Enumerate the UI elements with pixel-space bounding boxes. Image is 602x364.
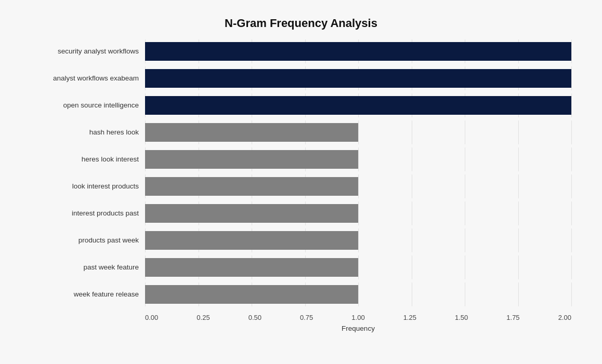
x-tick-label: 0.50 <box>248 314 261 321</box>
bar-fill <box>145 96 571 115</box>
bar-label: security analyst workflows <box>31 47 145 55</box>
x-tick-label: 0.75 <box>300 314 313 321</box>
bar-track <box>145 120 571 139</box>
x-tick-label: 0.00 <box>145 314 158 321</box>
x-tick-label: 0.25 <box>197 314 210 321</box>
bar-wrapper <box>145 255 571 279</box>
x-tick-label: 1.25 <box>403 314 416 321</box>
bar-wrapper <box>145 282 571 306</box>
bar-wrapper <box>145 228 571 252</box>
bar-row: interest products past <box>31 201 571 225</box>
chart-container: N-Gram Frequency Analysis security analy… <box>15 6 587 358</box>
bar-wrapper <box>145 201 571 225</box>
x-axis-title: Frequency <box>145 325 571 332</box>
bar-label: look interest products <box>31 182 145 190</box>
x-tick-label: 1.75 <box>506 314 519 321</box>
x-tick-label: 1.00 <box>351 314 364 321</box>
chart-area: security analyst workflowsanalyst workfl… <box>31 39 571 332</box>
bar-wrapper <box>145 174 571 198</box>
bar-wrapper <box>145 66 571 90</box>
bar-row: security analyst workflows <box>31 39 571 63</box>
x-axis: 0.000.250.500.751.001.251.501.752.00 <box>145 314 571 321</box>
bar-track <box>145 66 571 85</box>
bar-row: heres look interest <box>31 147 571 171</box>
bar-track <box>145 39 571 58</box>
bar-track <box>145 255 571 274</box>
bar-fill <box>145 150 358 169</box>
bar-row: week feature release <box>31 282 571 306</box>
bar-label: past week feature <box>31 263 145 271</box>
bar-label: week feature release <box>31 290 145 298</box>
bar-fill <box>145 204 358 223</box>
bar-fill <box>145 285 358 304</box>
bar-track <box>145 282 571 301</box>
bar-fill <box>145 177 358 196</box>
bar-row: products past week <box>31 228 571 252</box>
bars-section: security analyst workflowsanalyst workfl… <box>31 39 571 309</box>
bar-track <box>145 201 571 220</box>
bar-wrapper <box>145 147 571 171</box>
chart-title: N-Gram Frequency Analysis <box>31 17 571 30</box>
bar-wrapper <box>145 120 571 144</box>
bar-track <box>145 228 571 247</box>
bar-label: analyst workflows exabeam <box>31 74 145 82</box>
bar-fill <box>145 69 571 88</box>
bar-fill <box>145 231 358 250</box>
bar-fill <box>145 42 571 61</box>
x-axis-labels: 0.000.250.500.751.001.251.501.752.00 <box>145 314 571 321</box>
bar-row: look interest products <box>31 174 571 198</box>
x-tick-label: 1.50 <box>455 314 468 321</box>
bar-track <box>145 174 571 193</box>
x-tick-label: 2.00 <box>558 314 571 321</box>
bar-fill <box>145 258 358 277</box>
bar-row: past week feature <box>31 255 571 279</box>
bar-label: open source intelligence <box>31 101 145 109</box>
bar-fill <box>145 123 358 142</box>
bar-wrapper <box>145 39 571 63</box>
bar-label: hash heres look <box>31 128 145 136</box>
bar-label: heres look interest <box>31 155 145 163</box>
bar-row: analyst workflows exabeam <box>31 66 571 90</box>
bar-row: open source intelligence <box>31 93 571 117</box>
bar-label: interest products past <box>31 209 145 217</box>
bar-row: hash heres look <box>31 120 571 144</box>
bar-track <box>145 147 571 166</box>
bar-wrapper <box>145 93 571 117</box>
bar-track <box>145 93 571 112</box>
bar-label: products past week <box>31 236 145 244</box>
